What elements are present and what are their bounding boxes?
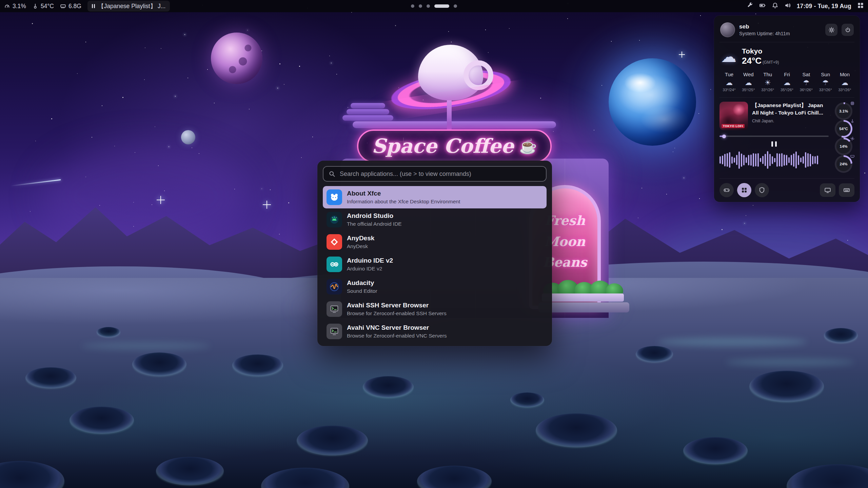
android-studio-icon xyxy=(327,212,342,227)
weather-icon: ☁ xyxy=(726,79,733,86)
app-subtitle: The official Android IDE xyxy=(347,221,402,227)
wave-bar xyxy=(757,153,759,167)
star xyxy=(336,74,337,75)
topbar-music-widget[interactable]: 【Japanese Playlist】 J... xyxy=(87,1,170,12)
quick-display-button[interactable] xyxy=(820,183,835,197)
workspace-dot-5[interactable] xyxy=(454,4,457,8)
crater xyxy=(232,354,283,376)
battery-tray-button[interactable] xyxy=(759,2,766,11)
star xyxy=(144,79,145,80)
forecast-day: Mon☁33°/26° xyxy=(836,72,854,92)
power-button[interactable] xyxy=(842,24,854,36)
roof-step xyxy=(342,115,393,121)
notifications-button[interactable] xyxy=(772,2,778,11)
star xyxy=(755,14,756,14)
xfce-mouse-icon xyxy=(327,189,342,205)
wave-bar xyxy=(724,154,726,166)
clock[interactable]: 17:09 - Tue, 19 Aug xyxy=(797,3,851,10)
star xyxy=(348,107,348,108)
app-title: Avahi VNC Server Browser xyxy=(347,324,447,332)
crater xyxy=(824,328,858,343)
app-title: Avahi SSH Server Browser xyxy=(347,302,447,309)
quick-shield-button[interactable] xyxy=(755,183,769,197)
grid-icon xyxy=(857,2,864,9)
star xyxy=(601,85,602,86)
star xyxy=(102,105,102,106)
fan-ring: 14% xyxy=(835,138,852,155)
tools-tray-button[interactable] xyxy=(747,2,753,11)
wave-bar xyxy=(755,154,756,166)
teal-mist xyxy=(81,342,210,350)
app-row-audacity[interactable]: AudacitySound Editor xyxy=(323,276,547,298)
audacity-icon xyxy=(327,279,342,294)
music-bars-icon xyxy=(92,4,95,8)
star xyxy=(35,141,36,141)
wave-bar xyxy=(781,153,783,167)
avatar xyxy=(720,22,735,37)
star xyxy=(567,18,568,19)
star-sparkle xyxy=(157,196,165,204)
app-subtitle: AnyDesk xyxy=(347,243,374,249)
app-row-avahi-ssh[interactable]: Avahi SSH Server BrowserBrowse for Zeroc… xyxy=(323,298,547,320)
star xyxy=(284,84,284,85)
app-row-android-studio[interactable]: Android StudioThe official Android IDE xyxy=(323,208,547,231)
system-stats-column: 3.1% 54°C 14% 24% xyxy=(833,102,854,174)
wave-bar xyxy=(810,154,811,166)
star xyxy=(184,34,185,35)
cpu-temp-ring: 54°C xyxy=(835,120,852,138)
volume-button[interactable] xyxy=(784,2,791,11)
app-row-avahi-vnc[interactable]: Avahi VNC Server BrowserBrowse for Zeroc… xyxy=(323,320,547,343)
star xyxy=(270,189,271,190)
star xyxy=(247,30,248,30)
app-row-arduino[interactable]: Arduino IDE v2Arduino IDE v2 xyxy=(323,253,547,276)
star xyxy=(395,25,396,26)
star xyxy=(710,89,711,90)
fan-icon xyxy=(850,136,855,141)
launcher-search[interactable] xyxy=(323,166,547,182)
star xyxy=(249,109,250,109)
star xyxy=(312,137,313,137)
username: seb xyxy=(739,23,821,30)
star xyxy=(122,97,123,98)
crater xyxy=(787,464,868,488)
cpu-usage-indicator[interactable]: 3.1% xyxy=(4,3,26,10)
workspace-dot-1[interactable] xyxy=(411,4,414,8)
search-input[interactable] xyxy=(339,170,541,178)
crater xyxy=(417,466,492,488)
star xyxy=(642,188,642,188)
music-progress-bar[interactable] xyxy=(719,136,829,137)
crater xyxy=(683,437,748,464)
workspace-dot-2[interactable] xyxy=(419,4,422,8)
settings-button[interactable] xyxy=(825,24,837,36)
workspace-dot-3[interactable] xyxy=(427,4,430,8)
quick-apps-button[interactable] xyxy=(737,183,751,197)
app-row-about-xfce[interactable]: About XfceInformation about the Xfce Des… xyxy=(323,186,547,208)
quick-keyboard-button[interactable] xyxy=(839,183,854,197)
workspace-dot-4-active[interactable] xyxy=(434,4,449,8)
planter-box xyxy=(542,293,624,302)
star xyxy=(155,126,155,127)
forecast-day: Wed☁35°/25° xyxy=(739,72,757,92)
progress-knob[interactable] xyxy=(722,135,726,138)
planet-earth xyxy=(609,58,696,146)
quick-gamepad-button[interactable] xyxy=(719,183,734,197)
power-icon xyxy=(845,27,851,33)
bell-icon xyxy=(772,2,778,9)
app-grid-button[interactable] xyxy=(857,2,864,11)
user-section: seb System Uptime: 4h11m xyxy=(719,20,854,42)
pause-button[interactable] xyxy=(771,141,777,147)
app-title: Android Studio xyxy=(347,212,402,220)
terminal-icon xyxy=(327,301,342,317)
cpu-usage-ring: 3.1% xyxy=(835,102,852,120)
wave-bar xyxy=(800,158,802,162)
cpu-temp-indicator[interactable]: 54°C xyxy=(32,3,54,10)
memory-icon xyxy=(850,154,855,159)
gear-icon xyxy=(828,27,835,33)
crater xyxy=(97,327,120,337)
forecast-day: Sat☂36°/26° xyxy=(797,72,815,92)
crater xyxy=(636,346,673,362)
app-row-anydesk[interactable]: AnyDeskAnyDesk xyxy=(323,231,547,253)
cpu-usage-value: 3.1% xyxy=(13,3,26,10)
memory-indicator[interactable]: 6.8G xyxy=(60,3,81,10)
wave-bar xyxy=(798,155,799,165)
